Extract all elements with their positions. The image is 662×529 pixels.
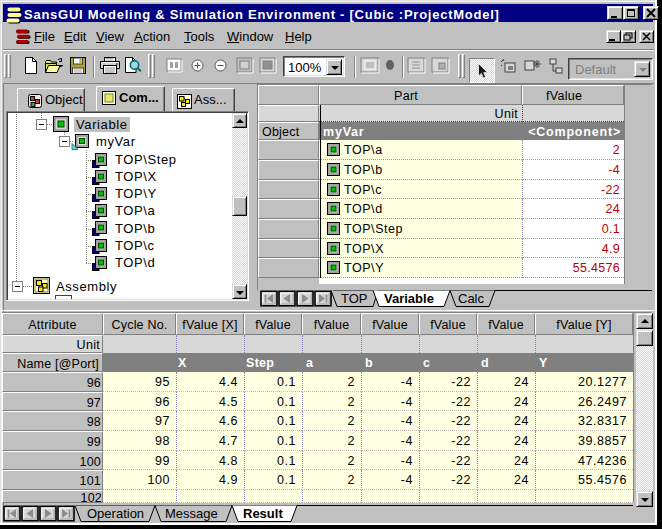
- svg-text:Result: Result: [243, 506, 283, 521]
- svg-text:Message: Message: [165, 506, 218, 521]
- svg-text:TOP: TOP: [341, 291, 368, 306]
- svg-text:Operation: Operation: [87, 506, 144, 521]
- svg-text:Variable: Variable: [384, 291, 434, 306]
- svg-text:Calc: Calc: [458, 291, 485, 306]
